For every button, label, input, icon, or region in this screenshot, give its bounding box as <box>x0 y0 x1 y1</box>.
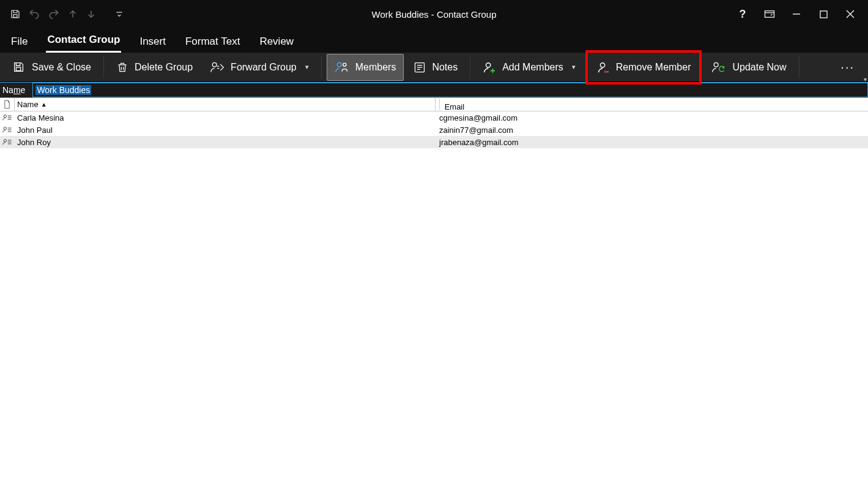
chevron-down-icon: ▾ <box>572 63 576 71</box>
window-controls: ? <box>737 9 868 20</box>
column-email[interactable]: Email <box>436 97 868 111</box>
ribbon-tabs: File Contact Group Insert Format Text Re… <box>0 28 868 53</box>
name-field-row: Name Work Buddies <box>0 82 868 98</box>
delete-group-label: Delete Group <box>135 62 193 73</box>
contact-icon <box>0 138 15 146</box>
svg-point-9 <box>600 62 604 67</box>
contact-icon <box>0 126 15 134</box>
forward-group-label: Forward Group <box>231 62 297 73</box>
table-row[interactable]: Carla Mesinacgmesina@gmail.com <box>0 111 868 124</box>
row-email: jrabenaza@gmail.com <box>436 138 868 147</box>
row-name: John Roy <box>15 138 436 147</box>
ribbon-display-icon[interactable] <box>764 9 775 20</box>
delete-group-button[interactable]: Delete Group <box>109 54 200 81</box>
redo-icon[interactable] <box>48 8 60 20</box>
save-icon[interactable] <box>10 9 21 20</box>
save-close-label: Save & Close <box>32 62 91 73</box>
row-name: John Paul <box>15 126 436 135</box>
svg-rect-3 <box>16 67 20 71</box>
help-icon[interactable]: ? <box>737 9 748 20</box>
svg-point-8 <box>486 62 491 67</box>
remove-member-icon <box>596 61 610 74</box>
svg-point-13 <box>4 140 6 142</box>
remove-member-label: Remove Member <box>616 62 691 73</box>
member-list-header: Name ▲ Email <box>0 98 868 111</box>
separator <box>470 56 470 78</box>
row-email: cgmesina@gmail.com <box>436 113 868 122</box>
members-label: Members <box>355 62 396 73</box>
ribbon-expand-icon[interactable]: ▾ <box>864 76 867 83</box>
svg-point-6 <box>343 63 346 66</box>
table-row[interactable]: John Royjrabenaza@gmail.com <box>0 136 868 148</box>
add-members-icon <box>483 61 496 74</box>
svg-rect-1 <box>765 11 774 18</box>
save-close-icon <box>12 61 26 74</box>
separator <box>103 56 104 78</box>
forward-group-icon <box>210 61 224 74</box>
add-members-label: Add Members <box>502 62 563 73</box>
table-row[interactable]: John Paulzainin77@gmail.com <box>0 124 868 136</box>
customize-qat-icon[interactable] <box>115 10 124 18</box>
svg-point-5 <box>337 62 341 67</box>
more-commands-button[interactable]: ··· <box>832 60 863 74</box>
titlebar: Work Buddies - Contact Group ? <box>0 0 868 28</box>
chevron-down-icon: ▾ <box>305 63 309 71</box>
save-close-button[interactable]: Save & Close <box>5 54 98 81</box>
tab-insert[interactable]: Insert <box>138 32 167 53</box>
ribbon: Save & Close Delete Group Forward Group … <box>0 53 868 82</box>
svg-point-4 <box>212 62 217 67</box>
quick-access-toolbar <box>0 8 124 20</box>
add-members-button[interactable]: Add Members ▾ <box>475 54 583 81</box>
remove-member-highlight: Remove Member <box>585 50 702 85</box>
members-icon <box>335 61 349 74</box>
name-input[interactable]: Work Buddies <box>32 83 868 97</box>
separator <box>799 56 799 78</box>
forward-group-button[interactable]: Forward Group ▾ <box>202 54 316 81</box>
tab-contact-group[interactable]: Contact Group <box>46 30 121 53</box>
update-now-label: Update Now <box>732 62 786 73</box>
member-list: Carla Mesinacgmesina@gmail.comJohn Paulz… <box>0 111 868 148</box>
svg-point-11 <box>4 115 6 118</box>
sort-asc-icon: ▲ <box>41 101 47 108</box>
notes-button[interactable]: Notes <box>406 54 465 81</box>
tab-format-text[interactable]: Format Text <box>184 32 241 53</box>
separator <box>321 56 322 78</box>
svg-point-12 <box>4 127 6 130</box>
maximize-button[interactable] <box>818 9 829 20</box>
notes-label: Notes <box>432 62 458 73</box>
members-button[interactable]: Members <box>327 54 404 81</box>
svg-rect-2 <box>820 10 826 17</box>
row-name: Carla Mesina <box>15 113 436 122</box>
undo-icon[interactable] <box>28 8 40 20</box>
name-input-value: Work Buddies <box>35 85 91 95</box>
row-email: zainin77@gmail.com <box>436 126 868 135</box>
trash-icon <box>116 61 128 74</box>
remove-member-button[interactable]: Remove Member <box>593 54 695 81</box>
column-name[interactable]: Name ▲ <box>15 98 436 111</box>
close-button[interactable] <box>845 9 856 20</box>
minimize-button[interactable] <box>791 9 802 20</box>
notes-icon <box>414 61 426 73</box>
arrow-down-icon[interactable] <box>86 9 97 20</box>
name-field-label: Name <box>0 85 32 95</box>
update-now-button[interactable]: Update Now <box>704 54 793 81</box>
update-now-icon <box>711 61 726 74</box>
arrow-up-icon[interactable] <box>67 9 78 20</box>
svg-point-10 <box>714 62 719 67</box>
tab-review[interactable]: Review <box>258 32 295 53</box>
svg-rect-0 <box>13 15 17 18</box>
tab-file[interactable]: File <box>10 32 29 53</box>
column-icon[interactable] <box>0 98 15 111</box>
contact-icon <box>0 113 15 122</box>
